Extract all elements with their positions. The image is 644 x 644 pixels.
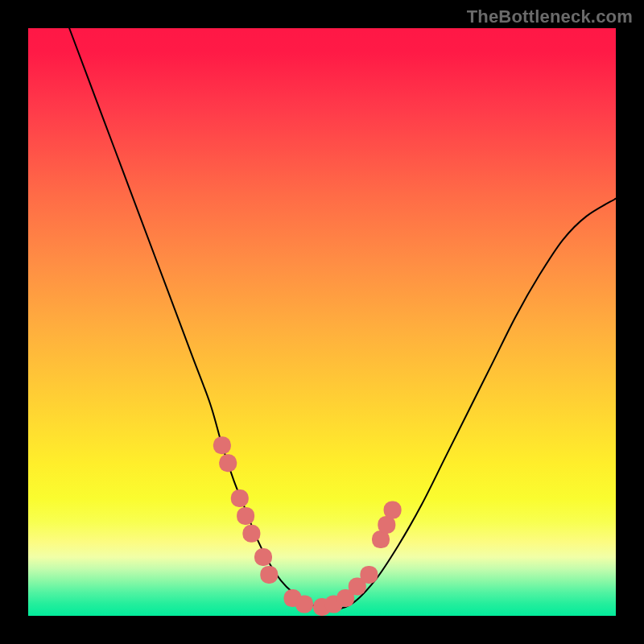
plot-area <box>28 28 616 616</box>
curve-marker <box>219 454 237 472</box>
curve-marker <box>254 548 272 566</box>
bottleneck-curve <box>69 28 616 610</box>
curve-marker <box>384 502 402 519</box>
curve-marker <box>237 507 254 525</box>
chart-overlay <box>28 28 616 616</box>
chart-frame: TheBottleneck.com <box>0 0 644 644</box>
curve-marker <box>213 436 231 454</box>
curve-marker <box>260 566 278 584</box>
curve-marker <box>231 489 249 507</box>
curve-marker <box>242 525 260 543</box>
curve-marker <box>360 566 378 584</box>
curve-marker <box>295 595 313 613</box>
watermark-text: TheBottleneck.com <box>467 6 633 27</box>
marker-group <box>213 436 402 616</box>
